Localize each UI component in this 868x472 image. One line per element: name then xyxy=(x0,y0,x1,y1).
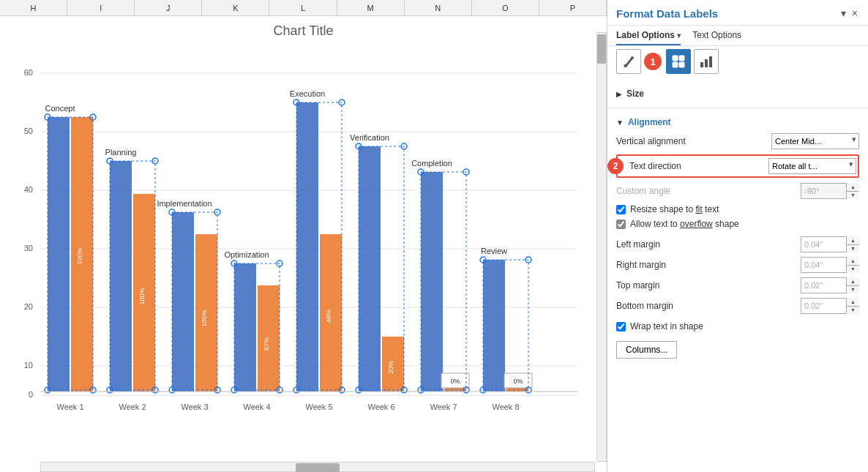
col-m: M xyxy=(337,0,405,15)
col-j: J xyxy=(135,0,202,15)
size-section: ▶ Size xyxy=(607,83,868,105)
spinbox-down[interactable]: ▼ xyxy=(847,192,859,200)
allow-overflow-label: Allow text to overflow shape xyxy=(630,219,739,229)
right-margin-label: Right margin xyxy=(616,260,801,270)
svg-rect-100 xyxy=(673,62,678,67)
panel-dropdown-icon[interactable]: ▾ xyxy=(839,6,848,20)
svg-text:40: 40 xyxy=(24,185,33,194)
svg-rect-24 xyxy=(110,161,132,392)
svg-rect-74 xyxy=(421,172,443,392)
svg-text:Optimization: Optimization xyxy=(224,250,269,259)
panel-close-icon[interactable]: × xyxy=(850,6,859,20)
svg-rect-103 xyxy=(705,59,708,67)
svg-rect-98 xyxy=(673,56,678,61)
svg-text:20: 20 xyxy=(24,302,33,311)
left-margin-down[interactable]: ▼ xyxy=(847,245,859,253)
vertical-alignment-select[interactable]: Center Mid... xyxy=(771,133,859,149)
paint-icon-button[interactable] xyxy=(616,49,641,74)
right-margin-spinbox: 0.04" ▲ ▼ xyxy=(801,257,859,273)
custom-angle-spinbox: ▲ ▼ xyxy=(801,183,859,199)
alignment-section-title: Alignment xyxy=(628,117,671,127)
alignment-section: ▼ Alignment Vertical alignment Center Mi… xyxy=(607,111,868,366)
text-direction-row: 2 Text direction Rotate all t... xyxy=(616,154,859,178)
col-h: H xyxy=(0,0,67,15)
bar-chart-icon xyxy=(700,55,713,68)
text-direction-select[interactable]: Rotate all t... xyxy=(768,158,856,174)
svg-text:Week 4: Week 4 xyxy=(243,402,270,411)
alignment-section-header[interactable]: ▼ Alignment xyxy=(616,114,859,130)
resize-shape-checkbox[interactable] xyxy=(616,205,626,214)
text-direction-select-wrapper: Rotate all t... xyxy=(768,158,856,174)
size-section-header[interactable]: ▶ Size xyxy=(616,86,859,102)
svg-rect-64 xyxy=(359,146,381,392)
left-margin-up[interactable]: ▲ xyxy=(847,236,859,245)
spinbox-up[interactable]: ▲ xyxy=(847,183,859,192)
scrollbar-thumb[interactable] xyxy=(296,463,340,472)
svg-text:Week 7: Week 7 xyxy=(430,402,457,411)
bottom-margin-label: Bottom margin xyxy=(616,301,801,311)
size-section-title: Size xyxy=(626,89,644,99)
svg-text:Week 1: Week 1 xyxy=(56,402,83,411)
tab-label-options[interactable]: Label Options ▾ xyxy=(616,30,681,45)
vertical-scrollbar[interactable] xyxy=(596,32,607,462)
left-margin-arrows: ▲ ▼ xyxy=(846,236,859,252)
wrap-text-checkbox[interactable] xyxy=(616,322,626,331)
bottom-margin-down[interactable]: ▼ xyxy=(847,307,859,315)
svg-text:87%: 87% xyxy=(263,337,270,351)
chart-area: H I J K L M N O P Chart Title 60 50 40 3… xyxy=(0,0,607,472)
svg-rect-85 xyxy=(483,260,505,392)
chart-content: Chart Title 60 50 40 30 20 10 0 Concept xyxy=(0,16,607,472)
svg-rect-34 xyxy=(172,212,194,392)
chart-title: Chart Title xyxy=(0,16,607,42)
paint-icon xyxy=(621,54,636,69)
columns-button[interactable]: Columns... xyxy=(616,341,677,359)
wrap-text-row: Wrap text in shape xyxy=(616,319,859,334)
col-o: O xyxy=(472,0,539,15)
bar-chart-icon-button[interactable] xyxy=(694,49,719,74)
svg-text:100%: 100% xyxy=(76,247,83,264)
svg-text:Planning: Planning xyxy=(105,148,137,157)
bottom-margin-up[interactable]: ▲ xyxy=(847,298,859,307)
resize-shape-row: Resize shape to fit text xyxy=(616,202,859,217)
svg-text:20%: 20% xyxy=(387,361,394,374)
svg-text:46%: 46% xyxy=(325,310,332,323)
svg-point-97 xyxy=(631,56,634,59)
divider-1 xyxy=(607,108,868,108)
left-margin-label: Left margin xyxy=(616,239,801,250)
custom-angle-label: Custom angle xyxy=(616,186,795,196)
column-headers: H I J K L M N O P xyxy=(0,0,607,16)
svg-text:Week 5: Week 5 xyxy=(305,402,332,411)
bottom-margin-spinbox: 0.02" ▲ ▼ xyxy=(801,298,859,314)
tab-text-options[interactable]: Text Options xyxy=(692,30,741,45)
align-icon-button[interactable] xyxy=(666,49,691,74)
allow-overflow-checkbox[interactable] xyxy=(616,220,626,229)
size-collapse-arrow: ▶ xyxy=(616,90,622,98)
svg-text:Execution: Execution xyxy=(290,89,325,98)
svg-text:0%: 0% xyxy=(513,378,523,385)
scrollbar-thumb-v[interactable] xyxy=(597,34,606,64)
right-margin-row: Right margin 0.04" ▲ ▼ xyxy=(616,255,859,275)
wrap-text-label: Wrap text in shape xyxy=(630,321,703,331)
panel-header: Format Data Labels ▾ × xyxy=(607,0,868,26)
text-direction-label: Text direction xyxy=(629,161,763,171)
panel-title: Format Data Labels xyxy=(616,7,718,20)
svg-rect-99 xyxy=(679,56,684,61)
svg-text:Implementation: Implementation xyxy=(157,199,212,208)
right-margin-up[interactable]: ▲ xyxy=(847,257,859,266)
svg-text:50: 50 xyxy=(24,127,33,135)
horizontal-scrollbar[interactable] xyxy=(40,462,595,472)
badge-2: 2 xyxy=(607,158,624,174)
col-p: P xyxy=(539,0,607,15)
svg-text:0%: 0% xyxy=(450,378,460,385)
icon-button-group: 1 xyxy=(607,46,868,77)
vertical-alignment-row: Vertical alignment Center Mid... xyxy=(616,130,859,152)
top-margin-up[interactable]: ▲ xyxy=(847,277,859,286)
layout-icon xyxy=(672,55,685,68)
svg-text:Verification: Verification xyxy=(350,133,389,142)
top-margin-label: Top margin xyxy=(616,280,801,291)
col-n: N xyxy=(405,0,472,15)
svg-rect-102 xyxy=(700,62,703,67)
right-margin-down[interactable]: ▼ xyxy=(847,266,859,274)
top-margin-down[interactable]: ▼ xyxy=(847,286,859,294)
col-k: K xyxy=(202,0,269,15)
